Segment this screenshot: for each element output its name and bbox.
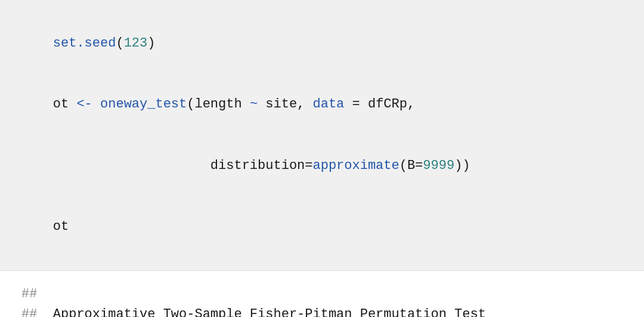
paren-open: ( <box>116 36 123 51</box>
output-line-1: ## <box>21 284 623 304</box>
seed-value: 123 <box>124 36 148 51</box>
assign-op: <- <box>76 97 92 112</box>
code-line-3: distribution=approximate(B=9999)) <box>21 136 623 196</box>
ot-var: ot <box>53 97 77 112</box>
code-line-4: ot <box>21 196 623 257</box>
paren-close: ) <box>147 36 155 51</box>
b-param-start: (B= <box>400 158 423 173</box>
output-title: Approximative Two-Sample Fisher-Pitman P… <box>37 307 486 317</box>
code-block: set.seed(123) ot <- oneway_test(length ~… <box>0 0 644 271</box>
b-value: 9999 <box>423 158 454 173</box>
ot-print: ot <box>53 219 69 234</box>
code-line-2: ot <- oneway_test(length ~ site, data = … <box>21 74 623 135</box>
site-arg: site, <box>258 97 312 112</box>
comment-hash-2: ## <box>21 307 37 317</box>
tilde-op: ~ <box>250 97 258 112</box>
output-block: ## ## Approximative Two-Sample Fisher-Pi… <box>0 271 644 317</box>
data-value: = dfCRp, <box>344 97 415 112</box>
output-line-2: ## Approximative Two-Sample Fisher-Pitma… <box>21 304 623 317</box>
comment-hash-1: ## <box>21 287 37 301</box>
indent: distribution= <box>53 158 313 173</box>
func-args-start: (length <box>187 97 250 112</box>
oneway-test-func: oneway_test <box>100 97 187 112</box>
code-line-1: set.seed(123) <box>21 13 623 74</box>
space <box>92 97 100 112</box>
closing-parens: )) <box>454 158 470 173</box>
set-seed-func: set.seed <box>53 36 116 51</box>
data-keyword: data <box>313 97 345 112</box>
approximate-func: approximate <box>312 158 399 173</box>
